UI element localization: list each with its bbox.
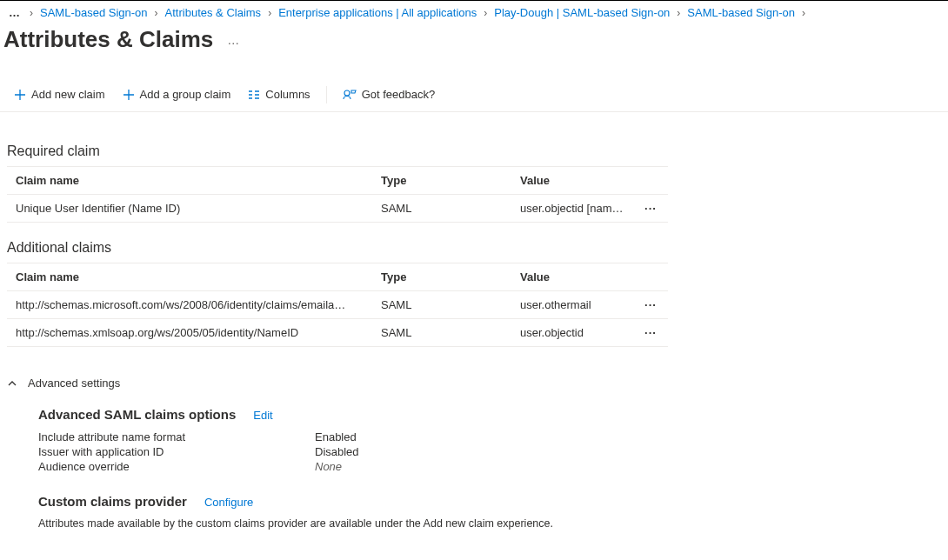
chevron-up-icon (7, 378, 17, 389)
col-header-type[interactable]: Type (372, 167, 511, 195)
custom-provider-description: Attributes made available by the custom … (38, 517, 941, 530)
col-header-value[interactable]: Value (511, 167, 633, 195)
option-value: Disabled (315, 445, 359, 458)
col-header-value[interactable]: Value (511, 263, 633, 291)
svg-point-0 (344, 90, 350, 96)
custom-provider-title: Custom claims provider (38, 494, 187, 509)
row-more-icon[interactable]: ··· (644, 298, 657, 311)
edit-link[interactable]: Edit (253, 409, 272, 422)
toolbar-label: Add a group claim (140, 88, 231, 101)
chevron-right-icon: › (798, 7, 809, 19)
option-value: Enabled (315, 430, 357, 443)
chevron-right-icon: › (26, 7, 37, 19)
configure-link[interactable]: Configure (204, 496, 253, 509)
col-header-name[interactable]: Claim name (7, 263, 372, 291)
row-more-icon[interactable]: ··· (644, 326, 657, 339)
cell-claim-type: SAML (372, 195, 511, 223)
breadcrumb: … › SAML-based Sign-on › Attributes & Cl… (0, 1, 948, 23)
chevron-right-icon: › (673, 7, 684, 19)
page-title: Attributes & Claims (3, 26, 213, 53)
breadcrumb-overflow[interactable]: … (7, 6, 23, 19)
cell-claim-type: SAML (372, 319, 511, 347)
cell-claim-value: user.objectid [nameid-fo… (511, 195, 633, 223)
advanced-settings-toggle[interactable]: Advanced settings (7, 373, 120, 393)
add-new-claim-button[interactable]: Add new claim (7, 84, 112, 104)
chevron-right-icon: › (151, 7, 162, 19)
toolbar-divider (326, 86, 327, 103)
cell-claim-value: user.othermail (511, 291, 633, 319)
cell-claim-name: http://schemas.microsoft.com/ws/2008/06/… (7, 291, 372, 319)
saml-options-title: Advanced SAML claims options (38, 407, 236, 422)
feedback-button[interactable]: Got feedback? (336, 84, 443, 104)
feedback-icon (343, 89, 357, 101)
breadcrumb-item[interactable]: Enterprise applications | All applicatio… (278, 6, 477, 19)
cell-claim-name: Unique User Identifier (Name ID) (7, 195, 372, 223)
columns-button[interactable]: Columns (241, 84, 317, 104)
breadcrumb-item[interactable]: Play-Dough | SAML-based Sign-on (494, 6, 670, 19)
columns-icon (248, 89, 260, 101)
breadcrumb-item[interactable]: Attributes & Claims (165, 6, 262, 19)
table-row[interactable]: http://schemas.microsoft.com/ws/2008/06/… (7, 291, 668, 319)
add-group-claim-button[interactable]: Add a group claim (116, 84, 238, 104)
cell-claim-name: http://schemas.xmlsoap.org/ws/2005/05/id… (7, 319, 372, 347)
advanced-settings-label: Advanced settings (28, 377, 120, 390)
col-header-type[interactable]: Type (372, 263, 511, 291)
col-header-name[interactable]: Claim name (7, 167, 372, 195)
cell-claim-type: SAML (372, 291, 511, 319)
chevron-right-icon: › (480, 7, 491, 19)
required-claim-title: Required claim (7, 143, 941, 159)
plus-icon (123, 89, 135, 101)
option-value: None (315, 460, 342, 473)
chevron-right-icon: › (264, 7, 275, 19)
cell-claim-value: user.objectid (511, 319, 633, 347)
page-more-icon[interactable]: … (227, 33, 240, 47)
toolbar-label: Add new claim (31, 88, 105, 101)
toolbar-label: Got feedback? (362, 88, 436, 101)
plus-icon (14, 89, 26, 101)
toolbar-label: Columns (265, 88, 310, 101)
option-key: Include attribute name format (38, 430, 315, 443)
toolbar: Add new claim Add a group claim Columns … (0, 77, 948, 112)
table-row[interactable]: http://schemas.xmlsoap.org/ws/2005/05/id… (7, 319, 668, 347)
required-claims-table: Claim name Type Value Unique User Identi… (7, 166, 668, 223)
breadcrumb-item[interactable]: SAML-based Sign-on (687, 6, 795, 19)
additional-claims-table: Claim name Type Value http://schemas.mic… (7, 263, 668, 347)
table-row[interactable]: Unique User Identifier (Name ID) SAML us… (7, 195, 668, 223)
option-key: Audience override (38, 460, 315, 473)
row-more-icon[interactable]: ··· (644, 202, 657, 215)
additional-claims-title: Additional claims (7, 240, 941, 256)
breadcrumb-item[interactable]: SAML-based Sign-on (40, 6, 148, 19)
option-key: Issuer with application ID (38, 445, 315, 458)
